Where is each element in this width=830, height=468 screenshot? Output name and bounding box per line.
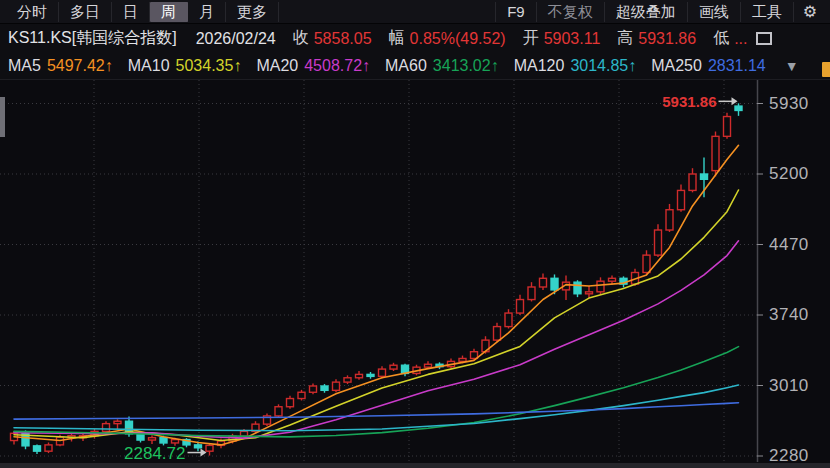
axis-tick-label: 5200 [769,164,809,184]
ma-label-ma10: MA10 [128,57,170,75]
axis-tick-label: 3010 [769,376,809,396]
toolbar-right-buttons: F9不复权超级叠加画线工具⚙ [495,0,830,23]
field-value-change: 0.85%(49.52) [410,30,506,48]
tab-gengduo[interactable]: 更多 [226,2,279,22]
edge-button[interactable] [822,62,830,77]
ma-value-ma60: 3413.02 [433,57,491,75]
up-arrow-icon: ↑ [362,57,370,75]
chevron-down-icon[interactable]: ▼ [785,58,799,74]
button-draw-line[interactable]: 画线 [687,2,740,22]
field-value-open: 5903.11 [544,30,601,48]
button-f9[interactable]: F9 [495,2,536,22]
ma-value-ma120: 3014.85 [570,57,628,75]
ma-line-ma5 [14,145,739,445]
field-label-high: 高 [617,28,633,49]
tab-duori[interactable]: 多日 [59,2,112,22]
ma-label-ma60: MA60 [385,57,427,75]
ma-item-ma20: MA204508.72↑ [256,57,370,75]
up-arrow-icon: ↑ [105,57,113,75]
quote-date: 2026/02/24 [196,30,276,48]
candlestick-chart-canvas[interactable] [0,80,830,468]
up-arrow-icon: ↑ [233,57,241,75]
button-super-overlay[interactable]: 超级叠加 [604,2,687,22]
tab-yue[interactable]: 月 [188,2,226,22]
ma-value-ma10: 5034.35 [176,57,234,75]
button-no-adjust[interactable]: 不复权 [536,2,604,22]
stock-chart-window: 分时多日日周月更多 F9不复权超级叠加画线工具⚙ KS11.KS[韩国综合指数]… [0,0,830,468]
up-arrow-icon: ↑ [491,57,499,75]
quote-info-bar: KS11.KS[韩国综合指数] 2026/02/24 收5858.05幅0.85… [0,24,830,53]
window-bottom-edge [0,463,830,468]
period-tabs: 分时多日日周月更多 [0,0,279,23]
tab-fenshi[interactable]: 分时 [6,2,59,22]
ma-label-ma120: MA120 [514,57,565,75]
high-price-annotation: 5931.86 [662,93,716,110]
field-value-close: 5858.05 [314,30,372,48]
axis-tick-label: 3740 [769,305,809,325]
tab-zhou[interactable]: 周 [150,2,188,22]
ma-item-ma10: MA105034.35↑ [128,57,242,75]
field-label-change: 幅 [389,28,405,49]
axis-tick-label: 4470 [769,235,809,255]
ma-label-ma5: MA5 [8,57,41,75]
field-value-low: ... [734,30,747,48]
ma-indicator-bar: MA55497.42↑MA105034.35↑MA204508.72↑MA603… [0,53,830,80]
field-value-high: 5931.86 [638,30,696,48]
low-price-annotation: 2284.72 [124,444,185,464]
up-arrow-icon: ↑ [628,57,636,75]
left-panel-handle[interactable] [0,97,5,137]
period-toolbar: 分时多日日周月更多 F9不复权超级叠加画线工具⚙ [0,0,830,24]
field-label-low: 低 [713,28,729,49]
ma-lines-layer [14,145,739,445]
field-label-close: 收 [293,28,309,49]
tab-ri[interactable]: 日 [112,2,150,22]
ma-value-ma250: 2831.14 [708,57,766,75]
ma-item-ma120: MA1203014.85↑ [514,57,637,75]
ma-line-ma60 [14,347,739,437]
field-label-open: 开 [523,28,539,49]
ma-value-ma20: 4508.72 [304,57,362,75]
ma-value-ma5: 5497.42 [47,57,105,75]
ma-label-ma250: MA250 [651,57,702,75]
gear-icon[interactable]: ⚙ [793,2,826,22]
ma-item-ma5: MA55497.42↑ [8,57,113,75]
symbol-name: KS11.KS[韩国综合指数] [8,28,177,49]
quote-fields: 收5858.05幅0.85%(49.52)开5903.11高5931.86低..… [276,28,748,49]
axis-tick-label: 5930 [769,94,809,114]
ma-label-ma20: MA20 [256,57,298,75]
ma-values: MA55497.42↑MA105034.35↑MA204508.72↑MA603… [8,57,781,75]
ma-item-ma60: MA603413.02↑ [385,57,499,75]
restore-window-icon[interactable] [756,32,772,45]
ma-item-ma250: MA2502831.14 [651,57,766,75]
button-tools[interactable]: 工具 [740,2,793,22]
